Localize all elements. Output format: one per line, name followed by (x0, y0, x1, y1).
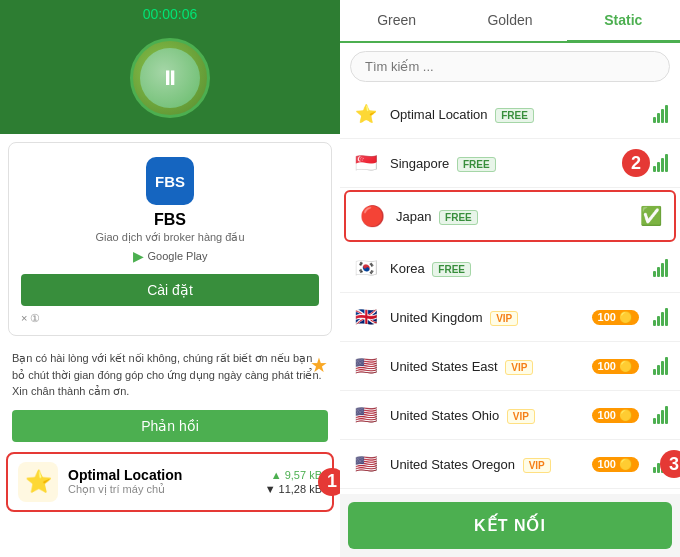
server-name-singapore: Singapore FREE (390, 156, 643, 171)
flag-singapore: 🇸🇬 (352, 149, 380, 177)
flag-us-oregon: 🇺🇸 (352, 450, 380, 478)
check-icon-japan: ✅ (640, 205, 662, 227)
badge-free-korea: FREE (432, 262, 471, 277)
flag-us-east: 🇺🇸 (352, 352, 380, 380)
flag-uk: 🇬🇧 (352, 303, 380, 331)
location-icon: ⭐ (18, 462, 58, 502)
server-list: ⭐ Optimal Location FREE 🇸🇬 Singapore FRE… (340, 90, 680, 494)
signal-us-ohio (653, 406, 668, 424)
server-name-uk: United Kingdom VIP (390, 310, 582, 325)
server-item-singapore[interactable]: 🇸🇬 Singapore FREE 2 (340, 139, 680, 188)
fbs-logo: FBS (146, 157, 194, 205)
ad-title: FBS (154, 211, 186, 229)
signal-optimal (653, 105, 668, 123)
server-item-us-virginia[interactable]: 🇺🇸 United States Virginia VIP 100 🟡 (340, 489, 680, 494)
bottom-stats: ▲ 9,57 kB ▼ 11,28 kB (265, 469, 322, 495)
flag-japan: 🔴 (358, 202, 386, 230)
server-item-us-oregon[interactable]: 🇺🇸 United States Oregon VIP 100 🟡 3 (340, 440, 680, 489)
server-item-optimal[interactable]: ⭐ Optimal Location FREE (340, 90, 680, 139)
server-name-korea: Korea FREE (390, 261, 643, 276)
coin-us-ohio: 100 🟡 (592, 408, 639, 423)
signal-korea (653, 259, 668, 277)
server-item-uk[interactable]: 🇬🇧 United Kingdom VIP 100 🟡 (340, 293, 680, 342)
upload-stat: ▲ 9,57 kB (271, 469, 322, 481)
server-item-us-east[interactable]: 🇺🇸 United States East VIP 100 🟡 (340, 342, 680, 391)
annotation-2: 2 (622, 149, 650, 177)
search-input[interactable] (350, 51, 670, 82)
tab-bar: Green Golden Static (340, 0, 680, 43)
badge-free-sg: FREE (457, 157, 496, 172)
kiwi-icon: ⏸ (130, 38, 210, 118)
feedback-button[interactable]: Phản hồi (12, 410, 328, 442)
tab-static[interactable]: Static (567, 0, 680, 43)
search-bar (340, 43, 680, 90)
signal-us-east (653, 357, 668, 375)
left-panel: 00:00:06 ⏸ FBS FBS Giao dịch với broker … (0, 0, 340, 557)
signal-singapore (653, 154, 668, 172)
server-item-us-ohio[interactable]: 🇺🇸 United States Ohio VIP 100 🟡 (340, 391, 680, 440)
tab-green[interactable]: Green (340, 0, 453, 41)
bottom-info: Optimal Location Chọn vị trí máy chủ (68, 467, 255, 496)
annotation-1: 1 (318, 468, 340, 496)
feedback-text: Bạn có hài lòng với kết nối không, chúng… (0, 344, 340, 406)
kiwi-area: ⏸ (0, 28, 340, 134)
badge-vip-us-ohio: VIP (507, 409, 535, 424)
timer-bar: 00:00:06 (0, 0, 340, 28)
server-item-korea[interactable]: 🇰🇷 Korea FREE (340, 244, 680, 293)
server-name-us-east: United States East VIP (390, 359, 582, 374)
server-name-us-ohio: United States Ohio VIP (390, 408, 582, 423)
right-panel: Green Golden Static ⭐ Optimal Location F… (340, 0, 680, 557)
flag-us-ohio: 🇺🇸 (352, 401, 380, 429)
play-icon: ▶ (133, 248, 144, 264)
close-ad[interactable]: × ① (21, 312, 40, 325)
star-icon: ★ (310, 350, 328, 380)
coin-us-east: 100 🟡 (592, 359, 639, 374)
server-name-us-oregon: United States Oregon VIP (390, 457, 582, 472)
ad-subtitle: Giao dịch với broker hàng đầu (95, 231, 244, 244)
connect-button[interactable]: KẾT NỐI (348, 502, 672, 549)
bottom-subtitle: Chọn vị trí máy chủ (68, 483, 255, 496)
badge-free-optimal: FREE (495, 108, 534, 123)
flag-optimal: ⭐ (352, 100, 380, 128)
server-item-japan[interactable]: 🔴 Japan FREE ✅ (344, 190, 676, 242)
annotation-3: 3 (660, 450, 680, 478)
ad-card: FBS FBS Giao dịch với broker hàng đầu ▶ … (8, 142, 332, 336)
server-name-optimal: Optimal Location FREE (390, 107, 643, 122)
badge-vip-uk: VIP (490, 311, 518, 326)
google-play: ▶ Google Play (133, 248, 208, 264)
tab-golden[interactable]: Golden (453, 0, 566, 41)
badge-vip-us-east: VIP (505, 360, 533, 375)
signal-uk (653, 308, 668, 326)
download-stat: ▼ 11,28 kB (265, 483, 322, 495)
bottom-name: Optimal Location (68, 467, 255, 483)
coin-uk: 100 🟡 (592, 310, 639, 325)
flag-korea: 🇰🇷 (352, 254, 380, 282)
pause-icon: ⏸ (160, 67, 180, 90)
badge-vip-us-oregon: VIP (523, 458, 551, 473)
server-name-japan: Japan FREE (396, 209, 630, 224)
badge-free-japan: FREE (439, 210, 478, 225)
timer-display: 00:00:06 (143, 6, 198, 22)
coin-us-oregon: 100 🟡 (592, 457, 639, 472)
bottom-bar[interactable]: ⭐ Optimal Location Chọn vị trí máy chủ ▲… (6, 452, 334, 512)
install-button[interactable]: Cài đặt (21, 274, 319, 306)
